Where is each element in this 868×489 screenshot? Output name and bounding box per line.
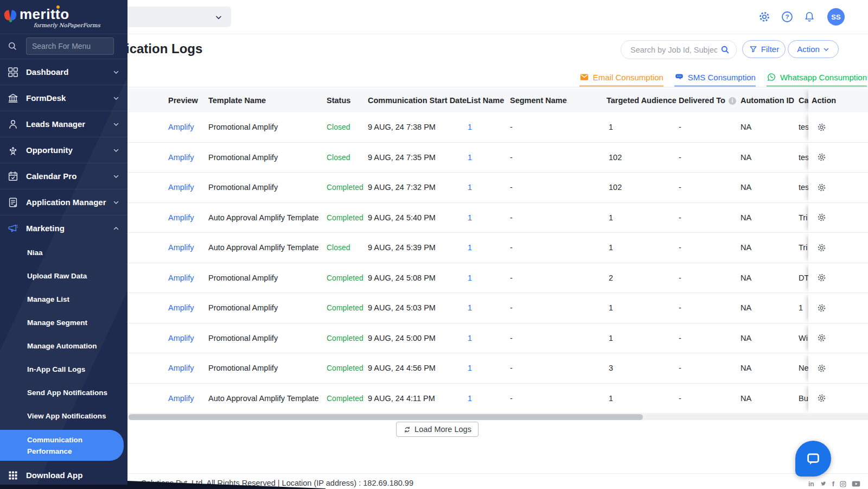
- sidebar-item-marketing[interactable]: Marketing: [0, 215, 127, 241]
- preview-link[interactable]: Amplify: [168, 364, 194, 372]
- table-row: AmplifyPromotional AmplifyCompleted9 AUG…: [127, 263, 868, 294]
- table-row: AmplifyPromotional AmplifyCompleted9 AUG…: [127, 323, 868, 354]
- sidebar-item-calendar-pro[interactable]: Calendar Pro: [0, 163, 127, 189]
- list-name-link[interactable]: 1: [468, 153, 472, 162]
- table-row: AmplifyPromotional AmplifyClosed9 AUG, 2…: [127, 112, 868, 143]
- row-action-button[interactable]: [808, 173, 868, 202]
- list-name-link[interactable]: 1: [468, 243, 472, 252]
- sidebar-item-manage-list[interactable]: Manage List: [0, 288, 127, 311]
- sidebar-item-send-app-notifications[interactable]: Send App Notifications: [0, 381, 127, 404]
- campaign-cell: Ne: [799, 364, 809, 372]
- sidebar-item-label: Download App: [26, 471, 82, 480]
- calendar-icon: [7, 170, 19, 182]
- preview-link[interactable]: Amplify: [168, 274, 194, 282]
- tab-label: Whatsapp Consumption: [780, 73, 867, 82]
- app-window: ? SS Communication Logs Filter Action Em…: [0, 0, 868, 489]
- info-icon[interactable]: i: [729, 97, 736, 105]
- segment-name-cell: -: [510, 213, 513, 222]
- horizontal-scrollbar[interactable]: [127, 414, 868, 420]
- col-action: Action: [812, 96, 836, 105]
- row-action-button[interactable]: [808, 263, 868, 293]
- table-row: AmplifyPromotional AmplifyCompleted9 AUG…: [127, 353, 868, 384]
- list-name-link[interactable]: 1: [468, 334, 472, 342]
- start-date-cell: 9 AUG, 24 5:40 PM: [368, 213, 436, 222]
- tab-sms-consumption[interactable]: SMS Consumption: [674, 72, 756, 87]
- row-action-button[interactable]: [808, 143, 868, 173]
- linkedin-icon[interactable]: in: [808, 480, 814, 488]
- sidebar-item-niaa[interactable]: Niaa: [0, 241, 127, 264]
- filter-icon: [749, 45, 758, 54]
- search-input[interactable]: [629, 43, 718, 56]
- sidebar-item-opportunity[interactable]: Opportunity: [0, 137, 127, 163]
- twitter-icon[interactable]: [819, 480, 827, 488]
- preview-link[interactable]: Amplify: [168, 303, 194, 312]
- preview-link[interactable]: Amplify: [168, 213, 194, 222]
- sidebar-item-application-manager[interactable]: Application Manager: [0, 189, 127, 215]
- svg-text:?: ?: [785, 14, 789, 20]
- avatar[interactable]: SS: [827, 8, 845, 26]
- tab-whatsapp-consumption[interactable]: Whatsapp Consumption: [767, 72, 867, 87]
- automation-id-cell: NA: [741, 364, 751, 372]
- template-name-cell: Promotional Amplify: [208, 274, 278, 282]
- sidebar-item-manage-segment[interactable]: Manage Segment: [0, 311, 127, 334]
- logo[interactable]: meritto formerly NoPaperForms: [0, 0, 127, 34]
- chat-widget-button[interactable]: [795, 441, 831, 477]
- instagram-icon[interactable]: [839, 480, 847, 488]
- row-action-button[interactable]: [808, 112, 868, 142]
- segment-name-cell: -: [510, 243, 513, 252]
- automation-id-cell: NA: [741, 303, 751, 312]
- settings-gear-icon[interactable]: [758, 10, 771, 23]
- list-name-link[interactable]: 1: [468, 274, 472, 282]
- chevron-up-icon: [113, 225, 119, 232]
- sidebar-item-in-app-call-logs[interactable]: In-App Call Logs: [0, 358, 127, 381]
- email-icon: [579, 72, 589, 82]
- preview-link[interactable]: Amplify: [168, 243, 194, 252]
- consumption-tabs: Email Consumption SMS Consumption Whatsa…: [127, 67, 868, 87]
- row-action-button[interactable]: [808, 293, 868, 323]
- sidebar-item-manage-automation[interactable]: Manage Automation: [0, 334, 127, 358]
- youtube-icon[interactable]: [852, 480, 860, 487]
- menu-search-input[interactable]: [26, 37, 114, 55]
- sidebar-item-formdesk[interactable]: FormDesk: [0, 85, 127, 111]
- sidebar-item-view-app-notifications[interactable]: View App Notifications: [0, 404, 127, 428]
- col-automation-id: Automation ID: [741, 96, 794, 105]
- preview-link[interactable]: Amplify: [168, 334, 194, 342]
- list-name-link[interactable]: 1: [468, 303, 472, 312]
- preview-link[interactable]: Amplify: [168, 123, 194, 131]
- campaign-cell: Wi: [799, 334, 808, 342]
- row-action-button[interactable]: [808, 384, 868, 414]
- row-action-button[interactable]: [808, 203, 868, 233]
- sidebar-item-upload-raw-data[interactable]: Upload Raw Data: [0, 264, 127, 288]
- gear-icon: [816, 363, 827, 373]
- preview-link[interactable]: Amplify: [168, 183, 194, 192]
- list-name-link[interactable]: 1: [468, 364, 472, 372]
- delivered-to-cell: -: [679, 274, 681, 282]
- tab-email-consumption[interactable]: Email Consumption: [579, 72, 663, 87]
- preview-link[interactable]: Amplify: [168, 394, 194, 403]
- list-name-link[interactable]: 1: [468, 123, 472, 131]
- load-more-logs-button[interactable]: Load More Logs: [396, 422, 478, 437]
- sidebar-item-communication-performance[interactable]: Communication Performance: [0, 430, 124, 461]
- brand-name: meritto: [20, 6, 69, 23]
- notifications-bell-icon[interactable]: [803, 10, 816, 23]
- row-action-button[interactable]: [808, 323, 868, 353]
- row-action-button[interactable]: [808, 353, 868, 383]
- list-name-link[interactable]: 1: [468, 183, 472, 192]
- list-name-link[interactable]: 1: [468, 213, 472, 222]
- help-icon[interactable]: ?: [781, 10, 794, 23]
- list-name-link[interactable]: 1: [468, 394, 472, 403]
- targeted-audience-cell: 2: [609, 274, 613, 282]
- chevron-down-icon: [113, 69, 119, 75]
- search-icon[interactable]: [720, 45, 730, 55]
- horizontal-scrollbar-thumb[interactable]: [129, 414, 643, 420]
- sidebar-item-label: Opportunity: [26, 145, 73, 155]
- sidebar-item-leads-manager[interactable]: Leads Manager: [0, 111, 127, 137]
- gear-icon: [816, 333, 827, 343]
- preview-link[interactable]: Amplify: [168, 153, 194, 162]
- facebook-icon[interactable]: f: [832, 480, 834, 488]
- sidebar-item-dashboard[interactable]: Dashboard: [0, 59, 127, 85]
- action-button[interactable]: Action: [788, 40, 839, 58]
- row-action-button[interactable]: [808, 233, 868, 263]
- sidebar-item-download-app[interactable]: Download App: [0, 466, 127, 485]
- filter-button[interactable]: Filter: [742, 40, 786, 58]
